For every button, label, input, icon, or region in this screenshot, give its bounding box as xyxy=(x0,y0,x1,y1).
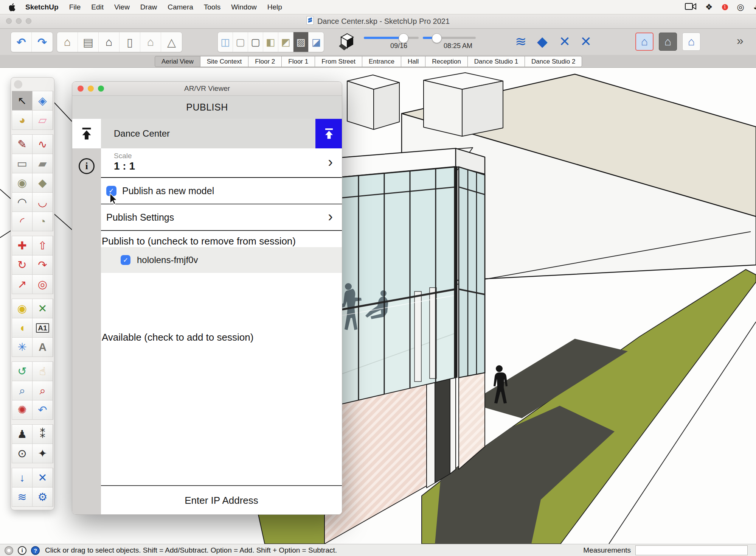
small-buildings[interactable] xyxy=(347,73,503,136)
dropbox-icon[interactable]: ❖ xyxy=(705,3,713,11)
scene-tab-site-context[interactable]: Site Context xyxy=(200,56,249,67)
style-hidden-line-button[interactable]: ▢ xyxy=(248,32,263,52)
redo-button[interactable]: ↷ xyxy=(32,32,53,52)
style-sketchy-edges-button[interactable]: ▨ xyxy=(293,32,309,52)
tool-compass[interactable]: ✦ xyxy=(33,444,53,463)
tool-paint-bucket[interactable]: ◕ xyxy=(12,111,32,129)
tool-axes[interactable]: ✳ xyxy=(12,338,32,357)
pavilion-glass-right[interactable] xyxy=(459,167,485,378)
style-shaded-button[interactable]: ◧ xyxy=(263,32,278,52)
tool-3d-text[interactable]: A xyxy=(33,338,53,357)
tool-text[interactable]: A1 xyxy=(33,318,53,337)
tool-push-pull[interactable]: ⇧ xyxy=(33,236,53,255)
publish-model-button[interactable] xyxy=(315,119,342,148)
menu-draw[interactable]: Draw xyxy=(135,3,162,11)
style-shaded-textures-button[interactable]: ◩ xyxy=(278,32,293,52)
window-zoom-button[interactable] xyxy=(26,18,31,24)
clipped-menu-icon[interactable]: ◕ xyxy=(753,3,756,11)
scene-tab-hall[interactable]: Hall xyxy=(401,56,425,67)
menu-file[interactable]: File xyxy=(64,3,86,11)
window-close-button[interactable] xyxy=(6,18,12,24)
tool-tape-measure[interactable]: ◉ xyxy=(12,299,32,318)
tool-zoom-extents[interactable]: ✺ xyxy=(12,400,32,419)
tool-position-camera[interactable]: ♟ xyxy=(12,425,32,444)
tool-pan[interactable]: ☝ xyxy=(33,362,53,381)
info-tab-button[interactable]: i xyxy=(79,158,95,174)
tool-line[interactable]: ✎ xyxy=(12,135,32,154)
tool-scale[interactable]: ↗ xyxy=(12,275,32,294)
tool-circle[interactable]: ◉ xyxy=(12,173,32,192)
publish-tab-button[interactable] xyxy=(72,119,101,148)
view-front-button[interactable]: ⌂ xyxy=(99,32,120,52)
section-cut-toggle-button[interactable]: ⌂ xyxy=(659,33,677,51)
tool-arvr-session-x[interactable]: ✕ xyxy=(33,468,53,487)
tool-rectangle[interactable]: ▭ xyxy=(12,154,32,173)
tool-make-component[interactable]: ◈ xyxy=(33,91,53,110)
style-monochrome-button[interactable]: ◪ xyxy=(309,32,324,52)
menu-tools[interactable]: Tools xyxy=(199,3,226,11)
screen-record-icon[interactable] xyxy=(685,2,696,12)
scene-tab-dance-studio-2[interactable]: Dance Studio 2 xyxy=(525,56,582,67)
tool-rotated-rectangle[interactable]: ▰ xyxy=(33,154,53,173)
pavilion-glass-front[interactable] xyxy=(324,167,456,408)
scene-tab-reception[interactable]: Reception xyxy=(425,56,468,67)
tool-walk[interactable]: ⁑ xyxy=(33,425,53,444)
menu-edit[interactable]: Edit xyxy=(86,3,109,11)
view-iso-button[interactable]: ⌂ xyxy=(57,32,78,52)
tool-dimensions[interactable]: ✕ xyxy=(33,299,53,318)
tool-rotate[interactable]: ↻ xyxy=(12,255,32,274)
arvr-session-settings-button[interactable]: ✕ xyxy=(580,33,591,50)
help-icon[interactable]: ? xyxy=(31,546,40,555)
publish-settings-row[interactable]: Publish Settings › xyxy=(101,204,342,231)
scene-tab-aerial-view[interactable]: Aerial View xyxy=(155,56,200,67)
menu-window[interactable]: Window xyxy=(226,3,262,11)
tool-arc[interactable]: ◠ xyxy=(12,193,32,212)
menu-view[interactable]: View xyxy=(109,3,135,11)
arvr-send-to-viewer-button[interactable]: ≋ xyxy=(515,33,526,50)
measurements-input[interactable] xyxy=(635,545,748,555)
tool-arvr-settings[interactable]: ⚙ xyxy=(33,487,53,506)
section-plane-toggle-button[interactable]: ⌂ xyxy=(635,33,654,51)
view-right-button[interactable]: ▯ xyxy=(120,32,140,52)
style-xray-button[interactable]: ◫ xyxy=(218,32,233,52)
tool-select[interactable]: ↖ xyxy=(12,91,32,110)
tool-orbit[interactable]: ↺ xyxy=(12,362,32,381)
tool-offset[interactable]: ◎ xyxy=(33,275,53,294)
scene-tab-floor-2[interactable]: Floor 2 xyxy=(248,56,282,67)
tool-arvr-send-layers[interactable]: ≋ xyxy=(12,487,32,506)
toolbar-overflow-button[interactable]: » xyxy=(737,34,744,48)
style-wireframe-button[interactable]: ▢ xyxy=(233,32,248,52)
tool-look-around[interactable]: ⊙ xyxy=(12,444,32,463)
dialog-close-button[interactable] xyxy=(78,86,84,92)
view-top-button[interactable]: ▤ xyxy=(78,32,99,52)
tool-move[interactable]: ✚ xyxy=(12,236,32,255)
tool-zoom-window[interactable]: ⌕ xyxy=(33,381,53,400)
palette-close-button[interactable] xyxy=(14,80,22,89)
tool-follow-me[interactable]: ↷ xyxy=(33,255,53,274)
tool-polygon[interactable]: ◆ xyxy=(33,173,53,192)
device-checkbox[interactable]: ✓ xyxy=(121,255,130,265)
dialog-minimize-button[interactable] xyxy=(88,86,94,92)
tool-freehand[interactable]: ∿ xyxy=(33,135,53,154)
view-left-button[interactable]: △ xyxy=(161,32,182,52)
arvr-shield-button[interactable]: ◆ xyxy=(537,33,548,50)
scene-tab-dance-studio-1[interactable]: Dance Studio 1 xyxy=(467,56,525,67)
tool-two-point-arc[interactable]: ◡ xyxy=(33,193,53,212)
scale-row[interactable]: Scale 1 : 1 › xyxy=(101,148,342,178)
shadow-date-slider[interactable] xyxy=(364,37,419,39)
model-info-icon[interactable]: i xyxy=(18,546,26,555)
enter-ip-button[interactable]: Enter IP Address xyxy=(101,485,342,515)
tool-pie[interactable]: ◔ xyxy=(33,212,53,231)
tool-arvr-download-model[interactable]: ↓ xyxy=(12,468,32,487)
record-status-icon[interactable]: ◎ xyxy=(737,3,744,11)
section-fill-toggle-button[interactable]: ⌂ xyxy=(682,33,700,51)
scene-tab-from-street[interactable]: From Street xyxy=(315,56,362,67)
geolocation-icon[interactable] xyxy=(5,546,13,555)
menu-sketchup[interactable]: SketchUp xyxy=(20,3,64,11)
arvr-dialog-title-bar[interactable]: AR/VR Viewer xyxy=(72,82,342,96)
scene-tab-floor-1[interactable]: Floor 1 xyxy=(281,56,315,67)
view-back-button[interactable]: ⌂ xyxy=(140,32,161,52)
menu-help[interactable]: Help xyxy=(262,3,287,11)
shadow-time-slider-thumb[interactable] xyxy=(432,33,442,43)
undo-button[interactable]: ↶ xyxy=(11,32,32,52)
